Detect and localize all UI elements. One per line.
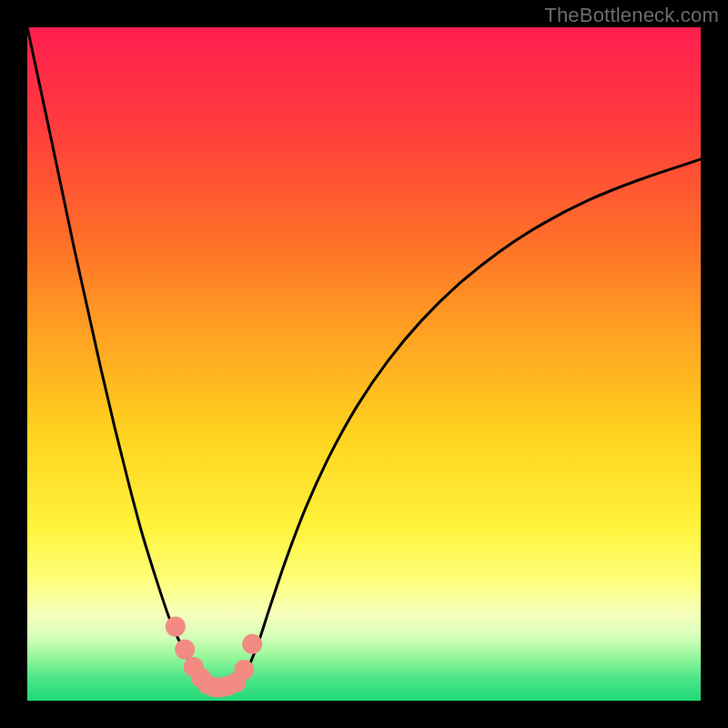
chart-frame: TheBottleneck.com [0,0,728,728]
bottleneck-marker [166,617,186,637]
bottleneck-marker [175,640,195,660]
bottleneck-marker [242,634,262,654]
bottleneck-chart [27,27,701,701]
watermark-text: TheBottleneck.com [544,4,719,27]
chart-svg [27,27,701,701]
chart-background [27,27,701,701]
bottleneck-marker [234,660,254,680]
